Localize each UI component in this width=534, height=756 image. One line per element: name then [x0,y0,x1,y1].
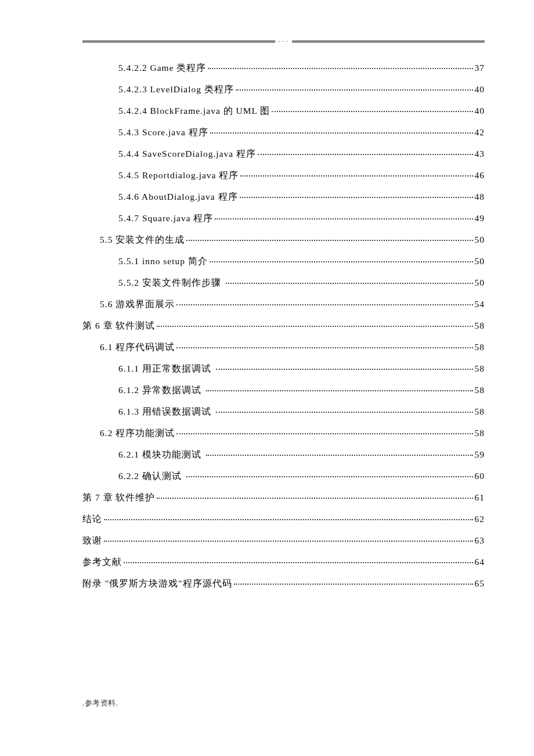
toc-entry: 参考文献64 [82,557,485,567]
toc-leader-dots [176,433,472,434]
toc-entry-label: 第 6 章 软件测试 [82,321,155,330]
toc-entry-label: 5.4.5 Reportdialog.java 程序 [118,171,239,180]
toc-entry-label: 6.2 程序功能测试 [100,429,175,438]
toc-entry: 6.1.1 用正常数据调试 58 [82,364,485,373]
toc-entry: 致谢63 [82,536,485,545]
toc-entry: 5.5.1 inno setup 简介50 [82,257,485,266]
toc-entry-label: 参考文献 [82,557,122,567]
toc-entry-page: 63 [475,536,485,545]
toc-entry: 5.4.6 AboutDialog.java 程序48 [82,192,485,201]
toc-leader-dots [258,154,472,155]
toc-entry-label: 致谢 [82,536,102,545]
toc-entry-label: 6.2.1 模块功能测试 [118,450,204,459]
toc-entry-page: 37 [475,63,485,73]
toc-leader-dots [206,455,473,456]
toc-leader-dots [124,562,473,563]
toc-leader-dots [226,283,473,284]
toc-leader-dots [176,347,472,348]
toc-entry-page: 54 [475,300,485,309]
toc-entry: 6.2.2 确认测试 60 [82,471,485,481]
toc-entry: 6.2.1 模块功能测试 59 [82,450,485,459]
toc-leader-dots [215,218,472,219]
toc-entry-label: 6.1 程序代码调试 [100,343,175,352]
toc-entry-page: 59 [475,450,485,459]
toc-entry: 5.4.2.2 Game 类程序37 [82,63,485,73]
toc-entry-page: 58 [475,386,485,395]
toc-entry-page: 50 [475,278,485,287]
toc-entry-page: 42 [475,128,485,137]
toc-entry-label: 5.4.4 SaveScoreDialog.java 程序 [118,149,256,159]
toc-leader-dots [186,476,473,477]
toc-entry: 5.4.4 SaveScoreDialog.java 程序43 [82,149,485,159]
toc-entry-page: 58 [475,364,485,373]
toc-entry: 6.1.3 用错误数据调试 58 [82,407,485,416]
toc-leader-dots [216,369,473,370]
toc-entry-page: 64 [475,557,485,567]
toc-entry: 附录 "俄罗斯方块游戏"程序源代码65 [82,579,485,588]
toc-leader-dots [240,197,473,198]
toc-entry-label: 5.4.7 Square.java 程序 [118,214,213,223]
toc-entry-page: 60 [475,471,485,481]
toc-entry-label: 5.4.6 AboutDialog.java 程序 [118,192,238,201]
document-page: . . . 5.4.2.2 Game 类程序375.4.2.3 LevelDia… [82,41,485,710]
toc-leader-dots [157,498,472,499]
toc-entry-label: 5.4.2.4 BlockFrame.java 的 UML 图 [118,106,270,116]
toc-entry-page: 40 [475,106,485,116]
toc-entry-label: 6.1.1 用正常数据调试 [118,364,214,373]
toc-leader-dots [210,132,473,134]
toc-leader-dots [234,584,473,585]
toc-entry: 5.6 游戏界面展示54 [82,300,485,309]
toc-entry: 5.4.3 Score.java 程序42 [82,128,485,137]
toc-entry-page: 40 [475,85,485,94]
toc-leader-dots [208,68,472,69]
toc-entry: 6.1.2 异常数据调试 58 [82,386,485,395]
toc-entry-label: 结论 [82,514,102,524]
header-marker: . . . [275,37,293,43]
toc-entry-page: 61 [475,493,485,502]
toc-leader-dots [157,326,472,327]
toc-leader-dots [236,89,473,91]
toc-entry: 第 7 章 软件维护61 [82,493,485,502]
toc-entry-page: 46 [475,171,485,180]
toc-entry: 5.4.5 Reportdialog.java 程序46 [82,171,485,180]
toc-entry-label: 附录 "俄罗斯方块游戏"程序源代码 [82,579,232,588]
toc-leader-dots [176,304,472,305]
toc-entry: 5.4.2.4 BlockFrame.java 的 UML 图40 [82,106,485,116]
toc-entry: 第 6 章 软件测试58 [82,321,485,330]
toc-entry-page: 49 [475,214,485,223]
toc-entry: 5.5.2 安装文件制作步骤 50 [82,278,485,287]
toc-entry-page: 50 [475,235,485,244]
toc-leader-dots [216,412,473,413]
toc-entry: 5.4.2.3 LevelDialog 类程序40 [82,85,485,94]
toc-entry-page: 58 [475,343,485,352]
footer-text: .参考资料. [82,698,118,708]
toc-entry-label: 5.5.1 inno setup 简介 [118,257,208,266]
toc-leader-dots [206,390,473,391]
toc-entry-label: 5.4.3 Score.java 程序 [118,128,208,137]
toc-leader-dots [240,175,472,177]
toc-entry-page: 58 [475,321,485,330]
toc-entry-label: 6.1.2 异常数据调试 [118,386,204,395]
toc-entry: 6.2 程序功能测试58 [82,429,485,438]
toc-entry-label: 5.6 游戏界面展示 [100,300,175,309]
toc-leader-dots [104,541,473,542]
toc-entry-label: 5.4.2.2 Game 类程序 [118,63,206,73]
header-rule: . . . [82,41,485,42]
toc-entry-page: 58 [475,407,485,416]
toc-leader-dots [210,261,473,262]
toc-leader-dots [186,240,472,241]
toc-entry-page: 65 [475,579,485,588]
toc-entry: 5.5 安装文件的生成50 [82,235,485,244]
toc-entry-label: 6.2.2 确认测试 [118,471,185,481]
toc-entry-page: 62 [475,514,485,524]
toc-entry-label: 第 7 章 软件维护 [82,493,155,502]
toc-entry-page: 58 [475,429,485,438]
toc-entry-page: 43 [475,149,485,159]
toc-entry-page: 48 [475,192,485,201]
toc-entry: 6.1 程序代码调试58 [82,343,485,352]
toc-leader-dots [272,111,472,112]
toc-entry-label: 5.5.2 安装文件制作步骤 [118,278,224,287]
toc-entry-label: 5.5 安装文件的生成 [100,235,185,244]
table-of-contents: 5.4.2.2 Game 类程序375.4.2.3 LevelDialog 类程… [82,63,485,588]
toc-entry-label: 5.4.2.3 LevelDialog 类程序 [118,85,234,94]
